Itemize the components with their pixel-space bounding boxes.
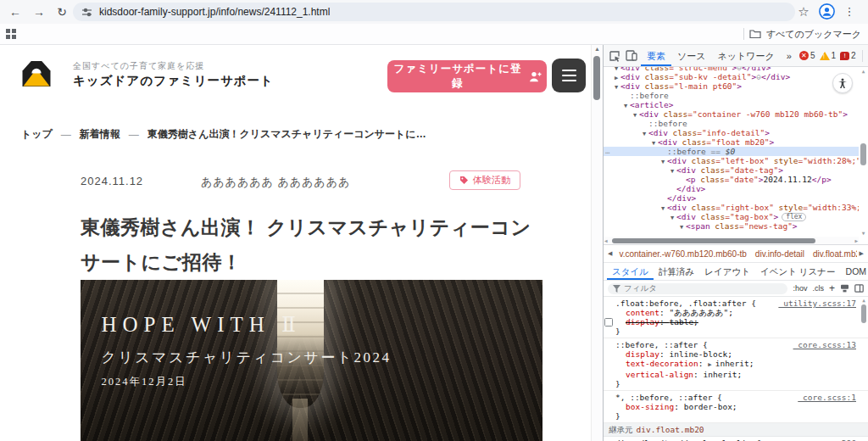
css-property[interactable]: display: inline-block; <box>615 349 856 359</box>
filter-placeholder: フィルタ <box>624 283 657 294</box>
scroll-up-arrow[interactable]: ▲ <box>859 68 868 74</box>
dom-tree-line[interactable]: ▼<div class="info-detail"> <box>604 128 859 137</box>
toggle-hover-state[interactable]: :hov <box>793 284 807 293</box>
site-name: キッズドアのファミリーサポート <box>73 73 274 89</box>
dom-tree-line[interactable]: ▼<div class="date-tag"> <box>604 165 859 175</box>
scroll-thumb[interactable] <box>861 304 866 323</box>
back-icon[interactable]: ← <box>7 3 24 20</box>
forward-icon[interactable]: → <box>31 3 47 20</box>
error-count: 5 <box>810 51 815 60</box>
dom-tree-line[interactable]: <p class="date">2024.11.12</p> <box>604 175 859 184</box>
bookmark-star-icon[interactable]: ☆ <box>795 3 812 20</box>
dom-tree-line[interactable]: ▼<div class="left-box" style="width:28%;… <box>604 156 859 165</box>
filter-funnel-icon <box>613 285 620 293</box>
url-bar[interactable]: kidsdoor-family-support.jp/info/news/241… <box>73 3 795 21</box>
css-property[interactable]: box-sizing: border-box; <box>615 402 856 411</box>
browser-menu-icon[interactable]: ⋮ <box>841 3 858 20</box>
device-toolbar-icon[interactable] <box>624 48 639 64</box>
stylesheet-link[interactable]: _core.scss:13 <box>790 340 856 349</box>
css-property[interactable]: display: table; <box>615 317 856 327</box>
devtools-tab[interactable]: » <box>781 46 798 66</box>
dom-tree-line[interactable]: ▼<div class="right-box" style="width:33%… <box>604 203 859 212</box>
scrollbar-thumb[interactable] <box>593 56 600 100</box>
dom-tree-line[interactable]: ▼<div class="tag-box">flex <box>604 212 859 221</box>
site-tagline: 全国すべての子育て家庭を応援 <box>73 60 204 72</box>
scroll-down-arrow[interactable]: ▼ <box>859 230 868 236</box>
register-button[interactable]: ファミリーサポートに登録 <box>387 60 547 92</box>
styles-tab[interactable]: イベント リスナー <box>755 263 841 280</box>
warning-count: 1 <box>832 51 837 60</box>
reload-icon[interactable]: ↻ <box>53 3 70 20</box>
elements-crumb[interactable]: v.container.-w760.mb120.mb60-tb <box>615 248 750 260</box>
dom-tree-line[interactable]: ▼<div class="container -w760 mb120 mb60-… <box>604 109 859 119</box>
warnings-badge[interactable]: !1 <box>820 51 837 60</box>
article-title: 東儀秀樹さん出演！ クリスマスチャリティーコンサートにご招待！ <box>81 210 545 279</box>
computed-styles-icon[interactable] <box>840 284 849 293</box>
dom-tree-line[interactable]: ▼<div class="l-main pt60"> <box>604 81 859 91</box>
elements-crumb[interactable]: div.float.mb20 <box>809 248 857 260</box>
devtools-tab[interactable]: ソース <box>671 46 712 66</box>
new-style-rule-icon[interactable]: + <box>829 282 835 294</box>
sidebar-layout-icon[interactable] <box>854 284 864 293</box>
issues-count: 2 <box>851 51 856 60</box>
dom-tree-line[interactable]: ▶<div class="sub-kv -detail">⊖</div> <box>604 72 859 81</box>
breadcrumb-separator: — <box>61 129 71 141</box>
dom-tree-line[interactable]: ::before <box>604 119 859 128</box>
styles-filter-input[interactable]: フィルタ <box>608 283 787 294</box>
hero-subtitle: クリスマスチャリティコンサート2024 <box>102 348 392 367</box>
dom-tree-line[interactable]: ▼<article> <box>604 100 859 109</box>
all-bookmarks-button[interactable]: すべてのブックマーク <box>766 28 861 41</box>
css-property[interactable]: text-decoration: ▶ inherit; <box>615 359 856 370</box>
apps-grid-icon[interactable] <box>6 29 16 39</box>
styles-tab[interactable]: 計算済み <box>654 263 699 280</box>
dom-tree-line[interactable]: ::before <box>604 91 859 100</box>
stylesheet-link[interactable]: _core.scss:1 <box>794 393 856 402</box>
profile-avatar[interactable] <box>819 3 836 20</box>
stylesheet-link[interactable]: _utility.scss:17 <box>775 299 856 308</box>
tree-vertical-scrollbar[interactable]: ▲ ▼ <box>859 67 868 237</box>
issues-badge[interactable]: !2 <box>840 51 856 60</box>
more-actions-icon[interactable]: … <box>605 147 609 156</box>
hero-image: HOPE WITH Ⅱ クリスマスチャリティコンサート2024 2024年12月… <box>81 280 542 441</box>
styles-scrollbar[interactable]: ▲ <box>860 297 867 331</box>
inspect-element-icon[interactable] <box>607 48 622 64</box>
hamburger-menu-button[interactable] <box>552 59 586 92</box>
property-checkbox[interactable] <box>604 318 613 327</box>
kidsdoor-logo[interactable] <box>19 59 54 88</box>
scroll-up-arrow[interactable]: ▲ <box>860 297 867 303</box>
inherited-from-node[interactable]: div.float.mb20 <box>637 425 704 434</box>
scroll-thumb[interactable] <box>860 143 866 165</box>
breadcrumb-current: 東儀秀樹さん出演！クリスマスチャリティーコンサートにご招待… <box>147 127 427 142</box>
inherited-from-bar: 継承元div.float.mb20 <box>604 423 868 437</box>
scrollbar-up-arrow[interactable]: ▲ <box>592 46 603 52</box>
scroll-right-arrow[interactable]: ▶ <box>854 237 858 243</box>
styles-tab[interactable]: レイアウト <box>699 263 755 280</box>
styles-tab[interactable]: スタイル <box>607 263 654 280</box>
site-settings-icon[interactable] <box>81 7 92 18</box>
page-scrollbar[interactable]: ▲ <box>591 45 603 441</box>
tree-horizontal-scrollbar[interactable]: ◀ ▶ <box>604 237 859 244</box>
elements-crumb[interactable]: div.info-detail <box>751 248 809 260</box>
breadcrumb-news[interactable]: 新着情報 <box>80 127 120 142</box>
dom-tree-line[interactable]: ::before == $0… <box>604 147 859 156</box>
css-property[interactable]: vertical-align: inherit; <box>615 370 856 379</box>
errors-badge[interactable]: ✕5 <box>799 51 815 60</box>
toggle-classes[interactable]: .cls <box>812 284 824 293</box>
devtools-tab[interactable]: ネットワーク <box>712 46 781 66</box>
dom-tree-line[interactable]: ▼<span class="news-tag"> <box>604 221 859 231</box>
dom-tree-line[interactable]: ▼<div class="float mb20"> <box>604 137 859 147</box>
dom-tree-line[interactable]: </div> <box>604 184 859 193</box>
scroll-left-arrow[interactable]: ◀ <box>604 237 608 243</box>
category-tag-badge[interactable]: 体験活動 <box>449 170 520 190</box>
css-property[interactable]: content: "ああああああ"; <box>615 308 856 317</box>
crumb-scroll-right-icon[interactable]: ▶ <box>857 250 866 257</box>
url-text[interactable]: kidsdoor-family-support.jp/info/news/241… <box>99 6 330 18</box>
scroll-thumb[interactable] <box>612 238 815 243</box>
styles-tab[interactable]: DOM ブレークポイント <box>841 263 868 280</box>
breadcrumb-top[interactable]: トップ <box>21 127 53 142</box>
accessibility-icon[interactable] <box>832 73 853 93</box>
tag-icon <box>459 176 469 185</box>
dom-tree-line[interactable]: </div> <box>604 193 859 203</box>
crumb-scroll-left-icon[interactable]: ◀ <box>605 250 615 257</box>
devtools-tab[interactable]: 要素 <box>641 46 671 66</box>
